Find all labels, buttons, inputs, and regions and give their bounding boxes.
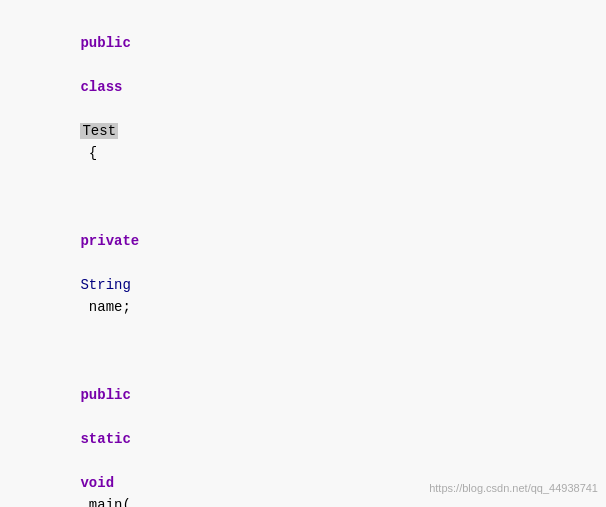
type-string: String xyxy=(80,277,130,293)
var-name: name; xyxy=(80,299,130,315)
code-line-1: public class Test { xyxy=(10,10,606,186)
code-line-2: private String name; xyxy=(10,186,606,340)
keyword-public: public xyxy=(80,35,130,51)
keyword-static: static xyxy=(80,431,130,447)
brace: { xyxy=(80,145,97,161)
space xyxy=(80,409,88,425)
keyword-public: public xyxy=(80,387,130,403)
class-name: Test xyxy=(80,123,118,139)
indent xyxy=(80,365,114,381)
keyword-private: private xyxy=(80,233,139,249)
line-content: public class Test { xyxy=(26,10,606,186)
space xyxy=(80,255,88,271)
code-editor: public class Test { private String name;… xyxy=(0,0,606,507)
keyword-void: void xyxy=(80,475,114,491)
space xyxy=(80,453,88,469)
line-content: private String name; xyxy=(26,186,606,340)
space xyxy=(80,57,88,73)
indent xyxy=(80,211,114,227)
method-main: main( xyxy=(80,497,130,507)
keyword-class: class xyxy=(80,79,122,95)
watermark: https://blog.csdn.net/qq_44938741 xyxy=(429,477,598,499)
space xyxy=(80,101,88,117)
